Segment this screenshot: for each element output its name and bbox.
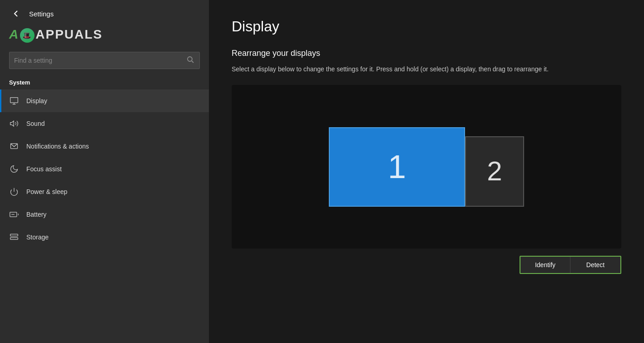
monitor-1-number: 1 bbox=[388, 150, 406, 183]
monitor-1[interactable]: 1 bbox=[329, 127, 465, 207]
sidebar-item-label-display: Display bbox=[26, 97, 47, 104]
search-icon[interactable] bbox=[186, 55, 195, 66]
svg-marker-5 bbox=[10, 121, 14, 126]
svg-point-0 bbox=[188, 57, 192, 61]
sidebar-item-label-notifications: Notifications & actions bbox=[26, 143, 89, 150]
monitor-2[interactable]: 2 bbox=[465, 136, 524, 207]
description-text: Select a display below to change the set… bbox=[232, 65, 621, 74]
sidebar-item-focus[interactable]: Focus assist bbox=[0, 158, 209, 180]
power-icon bbox=[9, 187, 19, 197]
battery-icon bbox=[9, 209, 19, 219]
sidebar-item-sound[interactable]: Sound bbox=[0, 112, 209, 135]
sidebar-item-label-power: Power & sleep bbox=[26, 188, 67, 195]
back-button[interactable] bbox=[9, 8, 24, 19]
display-monitors: 1 2 bbox=[329, 127, 524, 207]
sound-icon bbox=[9, 119, 19, 129]
sidebar-item-label-focus: Focus assist bbox=[26, 165, 62, 173]
sidebar-item-label-sound: Sound bbox=[26, 120, 45, 127]
search-container bbox=[0, 48, 209, 76]
sidebar: Settings A 🎩 APPUALS System bbox=[0, 0, 209, 343]
logo-area: A 🎩 APPUALS bbox=[0, 24, 209, 48]
display-arrangement-area: 1 2 bbox=[232, 85, 621, 249]
sidebar-item-display[interactable]: Display bbox=[0, 89, 209, 112]
search-input[interactable] bbox=[14, 57, 186, 64]
focus-icon bbox=[9, 164, 19, 174]
action-btn-group: Identify Detect bbox=[520, 256, 621, 274]
identify-button[interactable]: Identify bbox=[520, 257, 570, 273]
storage-icon bbox=[9, 232, 19, 242]
sidebar-item-storage[interactable]: Storage bbox=[0, 226, 209, 249]
sidebar-item-power[interactable]: Power & sleep bbox=[0, 180, 209, 203]
sidebar-header: Settings bbox=[0, 0, 209, 24]
sidebar-item-label-battery: Battery bbox=[26, 211, 46, 218]
app-title: Settings bbox=[29, 10, 54, 18]
svg-rect-11 bbox=[10, 234, 18, 236]
sidebar-item-battery[interactable]: Battery bbox=[0, 203, 209, 226]
notifications-icon bbox=[9, 141, 19, 151]
search-box bbox=[9, 52, 200, 69]
page-title: Display bbox=[232, 18, 621, 35]
section-title: Rearrange your displays bbox=[232, 49, 621, 58]
svg-rect-12 bbox=[10, 237, 18, 239]
system-section-label: System bbox=[0, 76, 209, 89]
monitor-icon bbox=[9, 96, 19, 106]
sidebar-item-notifications[interactable]: Notifications & actions bbox=[0, 135, 209, 158]
display-actions: Identify Detect bbox=[232, 256, 621, 274]
logo-text: A 🎩 APPUALS bbox=[9, 27, 103, 43]
detect-button[interactable]: Detect bbox=[570, 257, 620, 273]
main-content: Display Rearrange your displays Select a… bbox=[209, 0, 644, 343]
nav-items: Display Sound Notifications & actions Fo… bbox=[0, 89, 209, 343]
svg-line-1 bbox=[192, 61, 193, 63]
sidebar-item-label-storage: Storage bbox=[26, 234, 49, 241]
svg-rect-2 bbox=[10, 97, 18, 103]
monitor-2-number: 2 bbox=[487, 158, 502, 185]
